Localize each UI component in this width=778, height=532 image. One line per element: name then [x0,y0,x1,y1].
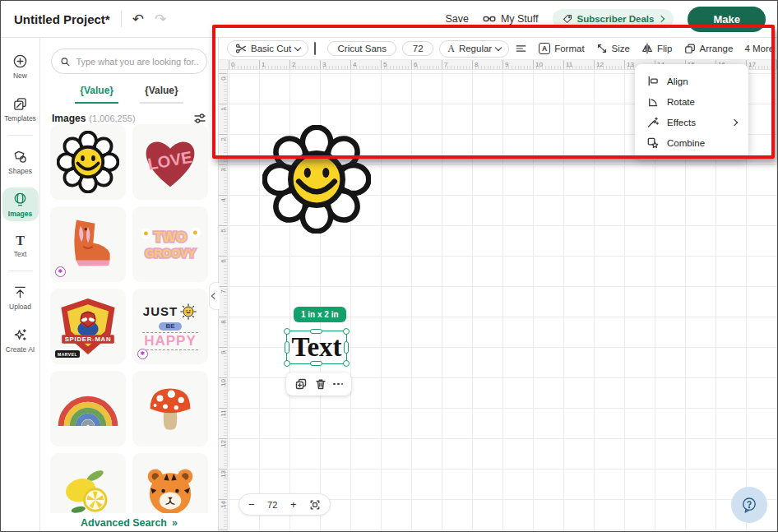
make-button[interactable]: Make [688,7,766,32]
menu-item-align[interactable]: Align [635,71,748,91]
image-card-spider-man[interactable]: SPIDER-MAN MARVEL [50,289,126,364]
duplicate-button[interactable] [294,377,308,391]
image-card-tiger[interactable] [132,453,208,513]
sparkles-icon [12,327,28,343]
edit-toolbar: Basic Cut Cricut Sans 72 A Regular A [219,38,778,60]
canvas-flower-object[interactable] [262,125,371,234]
redo-button[interactable]: ↷ [155,12,166,26]
image-card-rainbow[interactable] [50,371,126,446]
project-title: Untitled Project* [14,12,110,26]
lemon-image [58,464,118,513]
arrange-button[interactable]: Arrange [684,43,734,54]
selected-text-object[interactable]: Text [286,331,347,364]
double-chevron-icon: » [172,517,178,529]
shapes-icon [12,149,28,164]
dimensions-badge: 1 in x 2 in [294,307,346,322]
zoom-controls: − 72 + [238,493,331,516]
filter-button[interactable] [193,112,206,125]
jbh-be: BE [165,322,174,330]
divider [8,135,33,136]
menu-item-rotate[interactable]: Rotate [635,91,748,112]
left-rail: New Templates Shapes Images T Text Uploa… [1,38,40,532]
upload-icon [12,285,28,300]
image-card-lemon[interactable] [50,453,126,513]
resize-handle[interactable] [310,361,322,366]
search-icon [60,56,70,67]
context-menu: Align Rotate Effects Combine [635,64,748,160]
sidebar-item-text[interactable]: T Text [2,230,39,261]
sidebar-item-shapes[interactable]: Shapes [2,145,39,178]
more-button[interactable]: 4 More [744,44,778,53]
panel-tabs: {Value} {Value} [40,85,218,104]
delete-button[interactable] [314,377,327,391]
image-card-mushroom[interactable] [132,371,208,446]
trash-icon [314,377,327,391]
mushroom-image [143,382,197,436]
deals-tag-icon [563,14,572,24]
undo-button[interactable]: ↶ [132,12,144,26]
search-input[interactable] [76,57,198,67]
templates-icon [12,96,28,112]
operation-select[interactable]: Basic Cut [227,40,308,57]
resize-handle[interactable] [284,360,290,367]
zoom-out-button[interactable]: − [248,499,255,510]
flip-button[interactable]: Flip [641,43,673,54]
tab-value-1[interactable]: {Value} [75,85,118,104]
help-question-icon [740,496,758,514]
selection-action-bar [286,372,351,396]
format-button[interactable]: A Format [539,43,584,54]
font-style-select[interactable]: A Regular [439,40,509,58]
chevron-left-icon [211,293,218,299]
menu-item-combine[interactable]: Combine [635,132,748,153]
text-icon: T [16,234,25,247]
resize-handle[interactable] [310,329,322,334]
images-icon [12,192,28,207]
alignment-button[interactable] [515,43,527,54]
sidebar-item-templates[interactable]: Templates [2,92,39,126]
fit-to-screen-button[interactable] [309,499,321,511]
image-card-just-be-happy[interactable]: JUST BE HAPPY ✱ [132,289,208,364]
font-size-input[interactable]: 72 [402,41,433,56]
resize-handle[interactable] [343,328,350,335]
image-card-smiley-flower[interactable] [50,124,126,200]
color-swatch[interactable] [314,42,316,55]
font-select[interactable]: Cricut Sans [327,41,396,56]
save-button[interactable]: Save [445,13,469,25]
panel-collapse-handle[interactable] [209,282,220,310]
menu-item-effects[interactable]: Effects [635,112,748,132]
font-style-icon: A [447,43,455,55]
submenu-chevron-icon [731,118,738,125]
spider-man-banner: SPIDER-MAN [65,335,112,343]
resize-handle[interactable] [344,341,349,354]
smiley-flower-image [57,131,119,193]
results-label: Images [52,113,86,124]
daisy-icon [141,228,151,238]
text-align-icon [515,43,527,54]
sidebar-item-create-ai[interactable]: Create AI [2,323,39,357]
plus-circle-icon [12,53,28,69]
search-box [51,49,207,74]
image-card-love-heart[interactable]: LOVE [132,124,208,200]
advanced-search-button[interactable]: Advanced Search » [40,513,218,532]
tab-value-2[interactable]: {Value} [140,85,183,104]
subscriber-deals-button[interactable]: Subscriber Deals [553,9,674,29]
zoom-in-button[interactable]: + [290,499,297,510]
image-card-cowboy-boot[interactable]: ✱ [50,206,126,282]
undo-icon: ↶ [132,12,144,27]
groovy-line2: GROOVY [145,247,196,260]
help-button[interactable] [731,487,767,523]
resize-handle[interactable] [284,328,290,335]
size-button[interactable]: Size [596,43,630,54]
combine-icon [646,136,659,149]
resize-handle[interactable] [285,341,289,354]
sidebar-item-images[interactable]: Images [2,187,39,221]
sidebar-item-upload[interactable]: Upload [2,280,39,314]
resize-handle[interactable] [343,360,350,367]
my-stuff-button[interactable]: My Stuff [483,12,539,25]
more-options-button[interactable] [333,383,343,386]
fit-screen-icon [309,499,321,511]
image-card-two-groovy[interactable]: TWO GROOVY [132,206,208,282]
sidebar-item-new[interactable]: New [2,49,39,83]
spider-man-image: SPIDER-MAN [58,296,118,357]
scissors-icon [235,43,247,54]
